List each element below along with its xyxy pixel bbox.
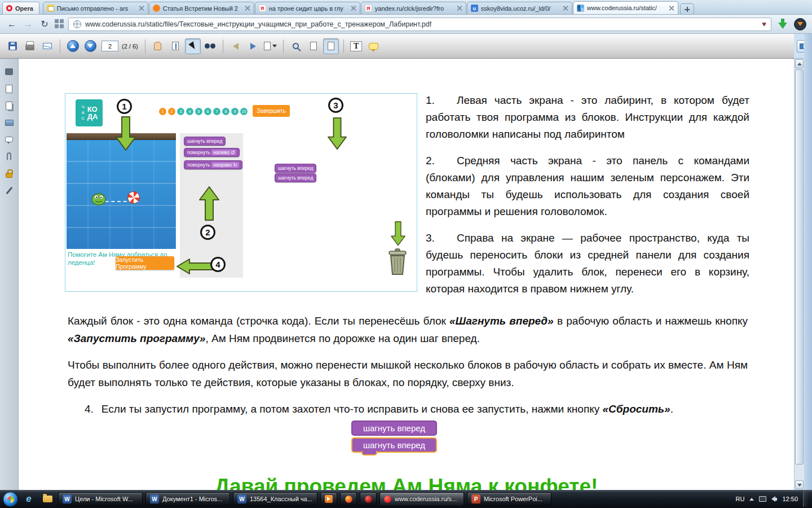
fit-page-button[interactable] bbox=[306, 38, 321, 54]
forward-button[interactable]: → bbox=[22, 18, 34, 30]
next-view-button[interactable] bbox=[245, 38, 261, 54]
previous-view-button[interactable] bbox=[228, 38, 244, 54]
text-run: , Ам Ням продвинется по дорожке на один … bbox=[205, 332, 480, 344]
tab-close-icon[interactable] bbox=[244, 5, 250, 11]
block-label: повернуть bbox=[187, 162, 210, 168]
scrollbar-thumb[interactable] bbox=[795, 69, 804, 465]
volume-tray-icon[interactable] bbox=[771, 496, 777, 502]
taskbar-button-media-player[interactable] bbox=[320, 492, 337, 506]
taskbar-button-word-3[interactable]: W 13564_Классный ча... bbox=[233, 492, 317, 506]
zoom-button[interactable] bbox=[288, 38, 304, 54]
scroll-up-button[interactable] bbox=[795, 59, 804, 68]
taskbar-button-app-1[interactable] bbox=[340, 492, 357, 506]
sync-button[interactable] bbox=[794, 18, 806, 30]
annotations-column: 1.Левая часть экрана - это лабиринт, в к… bbox=[426, 92, 749, 307]
start-button[interactable] bbox=[3, 492, 18, 507]
clock[interactable]: 12:50 bbox=[782, 496, 798, 502]
pages-panel-button[interactable] bbox=[2, 81, 17, 96]
pages-icon bbox=[6, 102, 12, 110]
item-number: 1. bbox=[426, 92, 457, 109]
tab-close-icon[interactable] bbox=[562, 5, 568, 11]
item-number: 3. bbox=[426, 230, 457, 247]
taskbar-button-word-1[interactable]: W Цели - Microsoft W... bbox=[58, 492, 143, 506]
pdf-side-rail bbox=[0, 59, 19, 490]
explorer-taskbar-button[interactable] bbox=[39, 492, 55, 506]
tab-close-icon[interactable] bbox=[456, 5, 462, 11]
browser-tab-yandex-search[interactable]: Я на троне сидит царь в глу bbox=[255, 2, 360, 14]
thumbnails-panel-button[interactable] bbox=[2, 98, 17, 113]
url-field[interactable]: www.coderussia.ru/static/files/Текстовые… bbox=[68, 17, 771, 31]
callout-circle-2: 2 bbox=[200, 225, 215, 240]
text-tool-icon: T bbox=[350, 41, 362, 51]
level-progress: 1 2 3 4 5 6 7 8 9 10 bbox=[159, 108, 249, 115]
level-step: 6 bbox=[204, 108, 211, 115]
print-button[interactable] bbox=[22, 38, 38, 54]
tab-close-icon[interactable] bbox=[668, 5, 674, 11]
level-step: 7 bbox=[213, 108, 220, 115]
window-edge bbox=[804, 34, 812, 490]
speed-dial-icon[interactable] bbox=[55, 19, 64, 29]
taskbar-button-app-2[interactable] bbox=[360, 492, 377, 506]
callout-circle-4: 4 bbox=[210, 257, 226, 272]
text-run: . bbox=[670, 403, 673, 415]
bookmarks-panel-button[interactable] bbox=[2, 115, 17, 130]
tab-close-icon[interactable] bbox=[350, 5, 356, 11]
export-icon bbox=[264, 42, 271, 50]
reload-button[interactable]: ↻ bbox=[38, 18, 51, 30]
show-desktop-button[interactable] bbox=[803, 491, 808, 507]
attachments-panel-button[interactable] bbox=[2, 149, 17, 164]
email-button[interactable] bbox=[39, 38, 55, 54]
envelope-icon bbox=[43, 43, 52, 49]
scroll-down-icon bbox=[797, 484, 802, 487]
back-button[interactable]: ← bbox=[6, 18, 18, 30]
vertical-scrollbar[interactable] bbox=[794, 59, 804, 490]
browser-tab-ucoz[interactable]: u sskoy8vida.ucoz.ru/_ld/0/ bbox=[467, 2, 572, 14]
taskbar-button-word-2[interactable]: W Документ1 - Micros... bbox=[145, 492, 230, 506]
previous-page-button[interactable] bbox=[65, 38, 81, 54]
browser-tab-coderussia-active[interactable]: www.coderussia.ru/static/ bbox=[573, 1, 678, 14]
yandex-favicon: Я bbox=[365, 5, 372, 12]
figure-block-2: шагнуть вперед bbox=[351, 437, 437, 453]
hidden-icons-chevron[interactable] bbox=[749, 498, 754, 501]
text-select-button[interactable] bbox=[167, 38, 183, 54]
find-button[interactable] bbox=[202, 38, 218, 54]
opera-menu-button[interactable]: Opera bbox=[2, 2, 39, 14]
fit-width-button[interactable] bbox=[323, 38, 339, 54]
browser-tab-article[interactable]: Статья Встретим Новый 2 bbox=[149, 2, 254, 14]
floppy-icon bbox=[8, 42, 17, 50]
export-button[interactable] bbox=[263, 38, 279, 54]
scroll-down-button[interactable] bbox=[795, 480, 804, 489]
new-tab-button[interactable] bbox=[680, 3, 694, 14]
tab-close-icon[interactable] bbox=[138, 5, 144, 11]
panels-toggle-button[interactable] bbox=[2, 64, 17, 79]
bookmark-heart-icon[interactable]: ♥ bbox=[762, 20, 766, 28]
browser-tab-yandex-redirect[interactable]: Я yandex.ru/clck/jsredir?fro bbox=[361, 2, 466, 14]
save-button[interactable] bbox=[5, 38, 20, 54]
security-panel-button[interactable] bbox=[2, 166, 17, 181]
language-indicator[interactable]: RU bbox=[736, 496, 745, 502]
internet-explorer-taskbar-button[interactable]: e bbox=[21, 492, 37, 506]
next-page-button[interactable] bbox=[82, 38, 98, 54]
block-label: повернуть bbox=[187, 150, 210, 155]
signatures-panel-button[interactable] bbox=[2, 183, 17, 198]
taskbar-button-opera-active[interactable]: www.coderussia.ru/s... bbox=[379, 492, 464, 506]
comment-button[interactable] bbox=[366, 38, 382, 54]
hand-icon bbox=[154, 42, 161, 50]
select-tool-button[interactable] bbox=[185, 38, 201, 54]
system-tray: RU 12:50 bbox=[736, 491, 809, 507]
taskbar-button-label: www.coderussia.ru/s... bbox=[395, 496, 460, 502]
hand-tool-button[interactable] bbox=[150, 38, 166, 54]
network-tray-icon[interactable] bbox=[759, 496, 766, 502]
palette-block-turn-left: повернуть налево ↺ bbox=[184, 148, 240, 157]
taskbar-button-label: Цели - Microsoft W... bbox=[75, 496, 138, 502]
browser-tab-mail[interactable]: Письмо отправлено - ars bbox=[43, 2, 148, 14]
comments-panel-button[interactable] bbox=[2, 132, 17, 147]
downloads-button[interactable] bbox=[775, 17, 790, 32]
tab-title: на троне сидит царь в глу bbox=[269, 5, 347, 12]
tab-title: Письмо отправлено - ars bbox=[57, 5, 135, 12]
page-icon bbox=[6, 85, 12, 93]
item-number: 4. bbox=[85, 403, 94, 415]
page-number-input[interactable]: 2 bbox=[102, 41, 118, 51]
taskbar-button-powerpoint[interactable]: P Microsoft PowerPoi... bbox=[467, 492, 551, 506]
typewriter-tool-button[interactable]: T bbox=[348, 38, 364, 54]
